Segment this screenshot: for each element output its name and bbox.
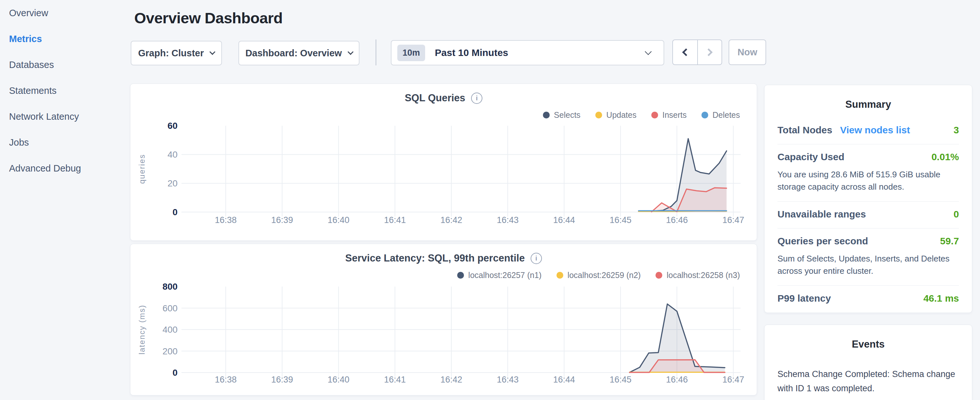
svg-text:16:43: 16:43 xyxy=(497,215,519,225)
svg-text:800: 800 xyxy=(162,282,178,292)
svg-text:16:44: 16:44 xyxy=(553,215,575,225)
summary-panel: Summary Total Nodes View nodes list 3 Ca… xyxy=(764,85,972,313)
svg-text:latency (ms): latency (ms) xyxy=(137,304,146,354)
overview-dashboard-page: Overview Metrics Databases Statements Ne… xyxy=(0,0,980,400)
view-nodes-list-link[interactable]: View nodes list xyxy=(840,124,910,135)
sidebar-item-databases[interactable]: Databases xyxy=(0,52,129,78)
sidebar-item-statements[interactable]: Statements xyxy=(0,78,129,104)
svg-text:16:43: 16:43 xyxy=(497,375,519,384)
event-item-text: Schema Change Completed: Schema change w… xyxy=(778,367,959,395)
svg-text:16:45: 16:45 xyxy=(609,215,631,225)
sidebar-item-jobs[interactable]: Jobs xyxy=(0,129,129,155)
dashboard-dropdown[interactable]: Dashboard: Overview xyxy=(239,41,360,65)
svg-text:16:46: 16:46 xyxy=(666,215,687,225)
summary-row-label: P99 latency xyxy=(778,293,831,304)
summary-title: Summary xyxy=(778,95,959,118)
controls-divider xyxy=(375,40,376,65)
svg-text:40: 40 xyxy=(168,150,178,159)
svg-text:16:40: 16:40 xyxy=(328,375,349,384)
chevron-left-icon xyxy=(682,48,690,56)
svg-text:20: 20 xyxy=(168,178,178,188)
svg-text:16:40: 16:40 xyxy=(328,215,349,225)
summary-row-p99-latency: P99 latency 46.1 ms xyxy=(778,286,959,312)
summary-row-label: Unavailable ranges xyxy=(778,209,866,220)
svg-text:16:38: 16:38 xyxy=(215,215,237,225)
svg-text:16:38: 16:38 xyxy=(215,375,237,384)
sidebar-item-network-latency[interactable]: Network Latency xyxy=(0,104,129,129)
summary-row-value: 0.01% xyxy=(931,151,959,163)
svg-text:0: 0 xyxy=(172,368,178,378)
svg-text:16:41: 16:41 xyxy=(384,215,406,225)
svg-text:600: 600 xyxy=(162,303,178,313)
summary-row-label: Queries per second xyxy=(778,236,868,247)
svg-text:16:45: 16:45 xyxy=(609,375,631,384)
svg-text:16:42: 16:42 xyxy=(440,375,462,384)
svg-text:200: 200 xyxy=(162,346,178,356)
svg-text:16:47: 16:47 xyxy=(722,215,744,225)
svg-text:16:42: 16:42 xyxy=(440,215,462,225)
summary-row-capacity-used: Capacity Used 0.01% You are using 28.6 M… xyxy=(778,144,959,201)
summary-row-value: 46.1 ms xyxy=(923,293,959,304)
summary-row-unavailable-ranges: Unavailable ranges 0 xyxy=(778,202,959,228)
time-range-label: Past 10 Minutes xyxy=(435,47,508,58)
chevron-down-icon xyxy=(645,48,652,55)
summary-row-value: 59.7 xyxy=(940,236,959,247)
time-step-buttons xyxy=(672,40,722,65)
sidebar: Overview Metrics Databases Statements Ne… xyxy=(0,0,129,400)
summary-row-label: Total Nodes xyxy=(778,124,832,135)
svg-text:16:47: 16:47 xyxy=(722,375,744,384)
summary-row-queries-per-second: Queries per second 59.7 Sum of Selects, … xyxy=(778,228,959,285)
graph-scope-dropdown[interactable]: Graph: Cluster xyxy=(131,41,222,65)
svg-text:16:39: 16:39 xyxy=(271,375,293,384)
events-panel: Events Schema Change Completed: Schema c… xyxy=(764,325,972,400)
svg-text:16:44: 16:44 xyxy=(553,375,575,384)
summary-row-description: You are using 28.6 MiB of 515.9 GiB usab… xyxy=(778,168,959,193)
dashboard-dropdown-label: Dashboard: Overview xyxy=(245,48,342,59)
chevron-down-icon xyxy=(347,49,353,55)
summary-row-label: Capacity Used xyxy=(778,151,845,163)
service-latency-card: Service Latency: SQL, 99th percentile i … xyxy=(130,244,757,395)
chevron-down-icon xyxy=(209,49,215,55)
event-item-timestamp: May 13, 2020 at 4:45 PM xyxy=(778,399,959,400)
sidebar-item-advanced-debug[interactable]: Advanced Debug xyxy=(0,155,129,181)
time-range-badge: 10m xyxy=(397,45,425,61)
summary-row-value: 0 xyxy=(953,209,959,220)
sidebar-item-overview[interactable]: Overview xyxy=(0,0,129,26)
svg-text:16:41: 16:41 xyxy=(384,375,406,384)
now-button[interactable]: Now xyxy=(729,40,766,65)
svg-text:60: 60 xyxy=(168,121,178,131)
summary-row-value: 3 xyxy=(953,124,959,135)
time-range-dropdown[interactable]: 10m Past 10 Minutes xyxy=(391,40,664,65)
svg-text:16:46: 16:46 xyxy=(666,375,688,384)
time-step-back-button[interactable] xyxy=(673,40,697,64)
svg-text:400: 400 xyxy=(162,325,178,335)
svg-text:16:39: 16:39 xyxy=(271,215,293,225)
summary-row-total-nodes: Total Nodes View nodes list 3 xyxy=(778,118,959,144)
chevron-right-icon xyxy=(705,48,713,56)
time-step-forward-button[interactable] xyxy=(697,40,721,64)
page-title: Overview Dashboard xyxy=(134,9,283,27)
svg-text:queries: queries xyxy=(137,154,146,184)
svg-text:0: 0 xyxy=(172,207,178,217)
sql-queries-card: SQL Queries i SelectsUpdatesInsertsDelet… xyxy=(130,83,757,241)
sql-queries-chart: 16:3816:3916:4016:4116:4216:4316:4416:45… xyxy=(130,84,757,241)
service-latency-chart: 16:3816:3916:4016:4116:4216:4316:4416:45… xyxy=(130,244,757,395)
graph-scope-dropdown-label: Graph: Cluster xyxy=(138,48,204,59)
events-title: Events xyxy=(778,335,959,357)
sidebar-item-metrics[interactable]: Metrics xyxy=(0,26,129,52)
summary-row-description: Sum of Selects, Updates, Inserts, and De… xyxy=(778,252,959,277)
